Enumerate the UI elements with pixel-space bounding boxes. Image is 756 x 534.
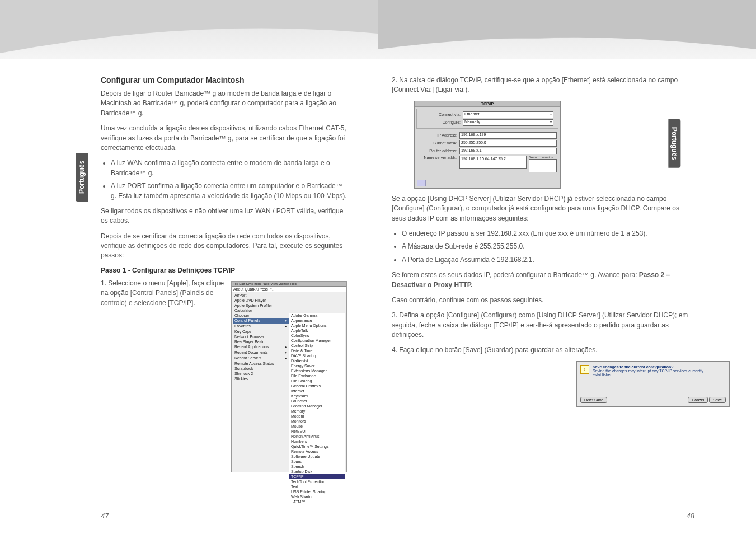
field-label: Name server addr.: bbox=[418, 156, 457, 160]
control-panel-item[interactable]: QuickTime™ Settings bbox=[289, 444, 345, 449]
paragraph: Se ligar todos os dispositivos e não obt… bbox=[101, 207, 347, 226]
page-number-right: 48 bbox=[687, 512, 694, 520]
subnet-input[interactable]: 255.255.255.0 bbox=[459, 140, 557, 147]
apple-menu-item[interactable]: Recent Servers▸ bbox=[233, 355, 289, 361]
paragraph: Se a opção [Using DHCP Server] (Utilizar… bbox=[392, 194, 694, 223]
step-text: 3. Defina a opção [Configure] (Configura… bbox=[392, 311, 694, 340]
step-text: 2. Na caixa de diálogo TCP/IP, certifiqu… bbox=[392, 76, 694, 95]
control-panel-item[interactable]: ~ATM™ bbox=[289, 499, 345, 504]
control-panel-item[interactable]: Appearance bbox=[289, 318, 345, 323]
bullet-item: O endereço IP passou a ser 192.168.2.xxx… bbox=[402, 229, 694, 238]
control-panel-item[interactable]: Configuration Manager bbox=[289, 338, 345, 343]
control-panel-item[interactable]: Apple Menu Options bbox=[289, 323, 345, 328]
apple-menu-item[interactable]: Recent Documents▸ bbox=[233, 350, 289, 355]
apple-menu-item[interactable]: Network Browser bbox=[233, 334, 289, 339]
field-label: Configure: bbox=[421, 120, 461, 124]
control-panel-item[interactable]: TCP/IP bbox=[289, 474, 345, 479]
menu-about: About QuarkXPress™… bbox=[232, 287, 346, 292]
apple-menu-item[interactable]: Calculator bbox=[233, 308, 289, 313]
step-heading: Passo 1 - Configurar as Definições TCP/I… bbox=[101, 266, 347, 274]
ip-input[interactable]: 192.168.x.199 bbox=[459, 132, 557, 139]
tcpip-dialog-screenshot: TCP/IP Connect via:Ethernet Configure:Ma… bbox=[414, 101, 561, 189]
control-panel-item[interactable]: Norton AntiVirus bbox=[289, 434, 345, 439]
control-panel-item[interactable]: AppleTalk bbox=[289, 328, 345, 333]
field-label: Search domains: bbox=[529, 156, 557, 159]
field-label: Router address: bbox=[418, 149, 457, 153]
control-panel-item[interactable]: Sound bbox=[289, 459, 345, 464]
save-dialog-screenshot: ! Save changes to the current configurat… bbox=[576, 361, 730, 407]
apple-menu-item[interactable]: Apple System Profiler bbox=[233, 303, 289, 308]
apple-menu-item[interactable]: Key Caps bbox=[233, 329, 289, 334]
apple-menu-item[interactable]: Stickies bbox=[233, 376, 289, 381]
dialog-message: Save changes to the current configuratio… bbox=[593, 365, 674, 369]
paragraph: Uma vez concluída a ligação destes dispo… bbox=[101, 124, 347, 153]
apple-menu-item[interactable]: AirPort bbox=[233, 293, 289, 298]
configure-select[interactable]: Manually bbox=[463, 119, 553, 126]
apple-menu-item[interactable]: Sherlock 2 bbox=[233, 371, 289, 376]
warning-icon: ! bbox=[580, 365, 589, 374]
control-panel-item[interactable]: Numbers bbox=[289, 439, 345, 444]
bullet-item: A Máscara de Sub-rede é 255.255.255.0. bbox=[402, 242, 694, 251]
apple-menu-item[interactable]: Favorites▸ bbox=[233, 324, 289, 329]
control-panel-item[interactable]: Keyboard bbox=[289, 394, 345, 399]
dialog-corner-icon[interactable] bbox=[417, 180, 426, 186]
apple-menu-item[interactable]: RealPlayer Basic bbox=[233, 339, 289, 344]
step-text: 4. Faça clique no botão [Save] (Guardar)… bbox=[392, 345, 694, 355]
control-panel-item[interactable]: Control Strip bbox=[289, 343, 345, 348]
control-panel-item[interactable]: Adobe Gamma bbox=[289, 313, 345, 318]
paragraph: Depois de se certificar da correcta liga… bbox=[101, 232, 347, 261]
paragraph: Caso contrário, continue com os passos s… bbox=[392, 296, 694, 305]
router-input[interactable]: 192.168.x.1 bbox=[459, 148, 557, 154]
section-title: Configurar um Computador Macintosh bbox=[101, 76, 347, 85]
control-panel-item[interactable]: Energy Saver bbox=[289, 363, 345, 368]
control-panel-item[interactable]: Mouse bbox=[289, 424, 345, 429]
menu-bar: File Edit Style Item Page View Utilities… bbox=[232, 282, 346, 287]
control-panel-item[interactable]: Startup Disk bbox=[289, 469, 345, 474]
paragraph: Depois de ligar o Router Barricade™ g ao… bbox=[101, 89, 347, 118]
control-panel-item[interactable]: Internet bbox=[289, 388, 345, 394]
control-panel-item[interactable]: Extensions Manager bbox=[289, 368, 345, 373]
control-panel-item[interactable]: Monitors bbox=[289, 419, 345, 424]
control-panel-item[interactable]: File Sharing bbox=[289, 378, 345, 383]
cancel-button[interactable]: Cancel bbox=[688, 397, 708, 403]
bullet-item: A luz PORT confirma a ligação correcta e… bbox=[111, 181, 347, 201]
page-number-left: 47 bbox=[101, 512, 109, 520]
apple-menu-item[interactable]: Chooser bbox=[233, 313, 289, 318]
control-panel-item[interactable]: Location Manager bbox=[289, 404, 345, 409]
control-panel-item[interactable]: DAVE Sharing bbox=[289, 353, 345, 358]
control-panel-item[interactable]: TechTool Protection bbox=[289, 479, 345, 484]
bullet-item: A Porta de Ligação Assumida é 192.168.2.… bbox=[402, 255, 694, 265]
control-panel-item[interactable]: Memory bbox=[289, 409, 345, 414]
control-panel-item[interactable]: Web Sharing bbox=[289, 494, 345, 499]
control-panel-item[interactable]: Text bbox=[289, 484, 345, 489]
control-panel-item[interactable]: File Exchange bbox=[289, 373, 345, 378]
dont-save-button[interactable]: Don't Save bbox=[580, 397, 607, 403]
field-label: Connect via: bbox=[421, 113, 461, 116]
control-panel-item[interactable]: Date & Time bbox=[289, 348, 345, 353]
control-panel-item[interactable]: ColorSync bbox=[289, 333, 345, 338]
control-panel-item[interactable]: Speech bbox=[289, 464, 345, 469]
field-label: Subnet mask: bbox=[418, 141, 457, 145]
bullet-item: A luz WAN confirma a ligação correcta en… bbox=[111, 158, 347, 178]
control-panel-item[interactable]: Remote Access bbox=[289, 449, 345, 454]
control-panel-item[interactable]: Modem bbox=[289, 414, 345, 419]
dialog-title: TCP/IP bbox=[415, 101, 560, 107]
control-panel-item[interactable]: DialAssist bbox=[289, 358, 345, 363]
apple-menu-item[interactable]: Recent Applications▸ bbox=[233, 344, 289, 350]
control-panel-item[interactable]: USB Printer Sharing bbox=[289, 489, 345, 494]
connect-via-select[interactable]: Ethernet bbox=[463, 111, 553, 118]
step-text: 1. Seleccione o menu [Apple], faça cliqu… bbox=[101, 279, 232, 308]
paragraph: Se forem estes os seus dados IP, poderá … bbox=[392, 270, 694, 290]
control-panel-item[interactable]: General Controls bbox=[289, 383, 345, 388]
control-panel-item[interactable]: Launcher bbox=[289, 399, 345, 404]
apple-menu-item[interactable]: Scrapbook bbox=[233, 366, 289, 371]
save-button[interactable]: Save bbox=[709, 397, 726, 403]
apple-menu-item[interactable]: Control Panels▸ bbox=[233, 318, 289, 324]
apple-menu-item[interactable]: Apple DVD Player bbox=[233, 298, 289, 303]
control-panel-item[interactable]: Software Update bbox=[289, 454, 345, 459]
apple-menu-item[interactable]: Remote Access Status bbox=[233, 361, 289, 366]
nameserver-input[interactable]: 192.168.1.10 64.147.25.2 bbox=[459, 156, 527, 169]
control-panel-item[interactable]: NetBEUI bbox=[289, 429, 345, 434]
search-domains-input[interactable] bbox=[529, 159, 557, 172]
apple-menu-screenshot: File Edit Style Item Page View Utilities… bbox=[231, 281, 347, 472]
